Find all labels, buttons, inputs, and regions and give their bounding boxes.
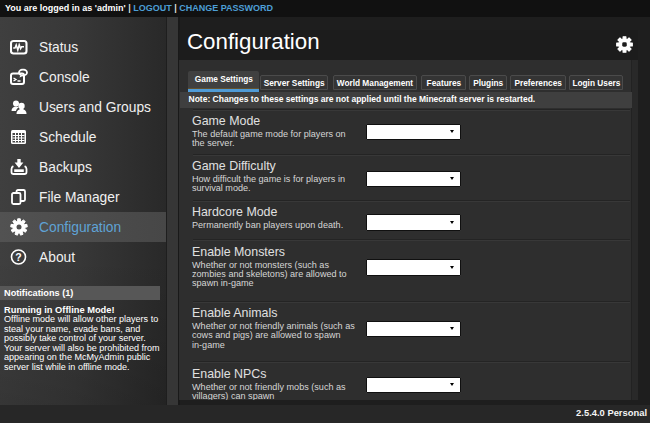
svg-text:?: ? [15, 251, 21, 263]
